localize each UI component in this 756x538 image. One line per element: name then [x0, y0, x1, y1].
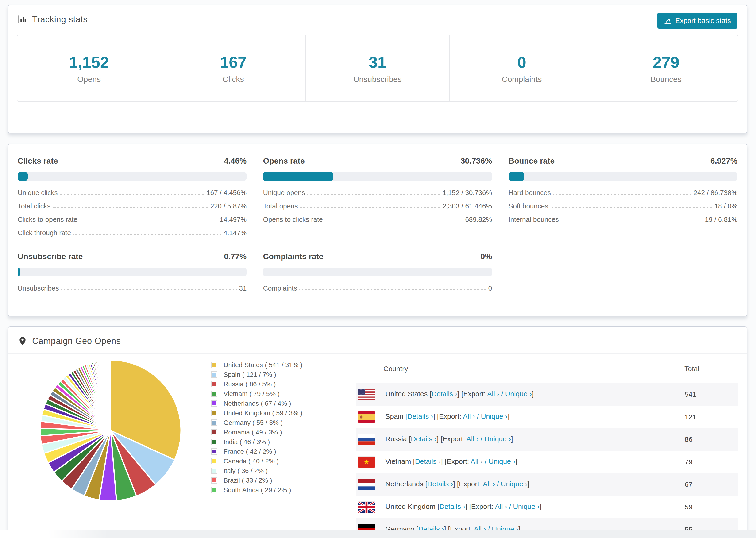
flag-ru-icon	[358, 434, 375, 445]
export-all-link[interactable]: All ›	[495, 503, 507, 510]
pie-chart-svg	[38, 358, 183, 503]
rate-detail-row: Opens to clicks rate 689.82%	[263, 216, 492, 223]
export-unique-link[interactable]: Unique ›	[501, 480, 527, 488]
dotted-leader	[300, 207, 440, 208]
export-all-link[interactable]: All ›	[483, 480, 495, 488]
details-link[interactable]: Details ›	[407, 412, 433, 420]
legend-label: Spain ( 121 / 7% )	[224, 371, 276, 378]
viewport-bottom-strip	[0, 529, 756, 538]
complaints-rate-block: Complaints rate 0% Complaints 0	[263, 252, 492, 292]
geo-table-row: United States [Details ›] [Export: All ›…	[356, 383, 738, 405]
legend-label: Italy ( 36 / 2% )	[224, 467, 268, 475]
geo-table: Country Total United States [Details ›] …	[356, 355, 738, 538]
legend-swatch-icon	[211, 458, 217, 464]
details-link[interactable]: Details ›	[432, 390, 458, 398]
geo-table-row: Spain [Details ›] [Export: All › / Uniqu…	[356, 405, 738, 428]
rate-value: 0.77%	[224, 252, 246, 261]
geo-table-row: Russia [Details ›] [Export: All › / Uniq…	[356, 428, 738, 451]
legend-label: Brazil ( 33 / 2% )	[224, 477, 272, 484]
detail-value: 1,152 / 30.736%	[442, 189, 492, 196]
rate-value: 30.736%	[460, 156, 492, 166]
detail-value: 18 / 0%	[715, 202, 737, 210]
legend-item: Spain ( 121 / 7% )	[211, 370, 343, 379]
legend-swatch-icon	[211, 391, 217, 397]
detail-label: Click through rate	[18, 229, 71, 237]
detail-label: Internal bounces	[509, 216, 559, 223]
rate-detail-row: Total opens 2,303 / 61.446%	[263, 202, 492, 210]
dotted-leader	[60, 194, 204, 194]
legend-item: Romania ( 49 / 3% )	[211, 427, 343, 437]
detail-value: 220 / 5.87%	[210, 202, 247, 210]
export-all-link[interactable]: All ›	[470, 457, 483, 465]
geo-table-row: Vietnam [Details ›] [Export: All › / Uni…	[356, 451, 738, 473]
detail-value: 167 / 4.456%	[206, 189, 246, 196]
country-total: 59	[684, 496, 738, 518]
country-total: 67	[684, 473, 738, 496]
export-unique-link[interactable]: Unique ›	[505, 390, 532, 398]
export-all-link[interactable]: All ›	[466, 435, 479, 443]
dotted-leader	[53, 207, 208, 208]
export-unique-link[interactable]: Unique ›	[484, 435, 511, 443]
export-unique-link[interactable]: Unique ›	[481, 412, 507, 420]
detail-value: 689.82%	[465, 216, 492, 223]
flag-es-icon	[358, 411, 375, 422]
detail-value: 2,303 / 61.446%	[442, 202, 492, 210]
legend-label: United Kingdom ( 59 / 3% )	[224, 409, 302, 417]
stat-box-complaints: 0 Complaints	[449, 35, 594, 101]
detail-value: 19 / 6.81%	[705, 216, 737, 223]
geo-pie-chart	[38, 358, 183, 504]
page-title: Tracking stats	[32, 15, 87, 25]
rate-detail-row: Unsubscribes 31	[18, 285, 246, 292]
detail-value: 0	[488, 285, 492, 292]
stat-value: 279	[653, 53, 679, 71]
rate-progress-bar	[263, 172, 492, 181]
details-link[interactable]: Details ›	[427, 480, 453, 488]
stat-box-unsubscribes: 31 Unsubscribes	[305, 35, 449, 101]
country-total: 79	[684, 451, 738, 473]
dotted-leader	[561, 221, 702, 221]
dotted-leader	[551, 207, 712, 208]
rate-title: Clicks rate	[18, 156, 58, 166]
legend-item: United Kingdom ( 59 / 3% )	[211, 408, 343, 418]
legend-swatch-icon	[211, 487, 217, 493]
detail-label: Total clicks	[18, 202, 50, 210]
legend-label: Canada ( 40 / 2% )	[224, 457, 279, 465]
detail-value: 242 / 86.738%	[693, 189, 737, 196]
rate-title: Complaints rate	[263, 252, 323, 261]
detail-label: Hard bounces	[509, 189, 551, 196]
rate-value: 0%	[481, 252, 492, 261]
details-link[interactable]: Details ›	[440, 503, 465, 510]
dotted-leader	[80, 221, 217, 221]
detail-value: 31	[239, 285, 246, 292]
legend-swatch-icon	[211, 419, 217, 426]
export-unique-link[interactable]: Unique ›	[489, 457, 515, 465]
detail-label: Unsubscribes	[18, 285, 59, 292]
export-unique-link[interactable]: Unique ›	[513, 503, 540, 510]
dotted-leader	[553, 194, 691, 194]
export-all-link[interactable]: All ›	[487, 390, 499, 398]
rate-detail-row: Complaints 0	[263, 285, 492, 292]
geo-body: United States ( 541 / 31% ) Spain ( 121 …	[8, 353, 747, 538]
stat-value: 31	[369, 53, 387, 71]
rate-progress-bar	[263, 268, 492, 276]
legend-swatch-icon	[211, 410, 217, 416]
legend-swatch-icon	[211, 439, 217, 445]
country-total: 541	[684, 383, 738, 405]
rate-detail-row: Soft bounces 18 / 0%	[509, 202, 737, 210]
export-all-link[interactable]: All ›	[463, 412, 475, 420]
tracking-stats-card: Tracking stats Export basic stats 1,152 …	[8, 5, 747, 133]
unsubscribe-rate-block: Unsubscribe rate 0.77% Unsubscribes 31	[18, 252, 246, 292]
details-link[interactable]: Details ›	[415, 457, 441, 465]
stat-label: Unsubscribes	[353, 75, 402, 84]
legend-swatch-icon	[211, 362, 217, 368]
details-link[interactable]: Details ›	[411, 435, 437, 443]
export-basic-stats-button[interactable]: Export basic stats	[657, 13, 737, 28]
detail-label: Unique clicks	[18, 189, 58, 196]
rate-progress-bar	[18, 268, 246, 276]
bounce-rate-block: Bounce rate 6.927% Hard bounces 242 / 86…	[509, 156, 737, 237]
legend-item: Netherlands ( 67 / 4% )	[211, 399, 343, 408]
dotted-leader	[73, 234, 221, 235]
rate-value: 4.46%	[224, 156, 246, 166]
geo-table-wrap: Country Total United States [Details ›] …	[356, 355, 738, 538]
detail-label: Total opens	[263, 202, 298, 210]
